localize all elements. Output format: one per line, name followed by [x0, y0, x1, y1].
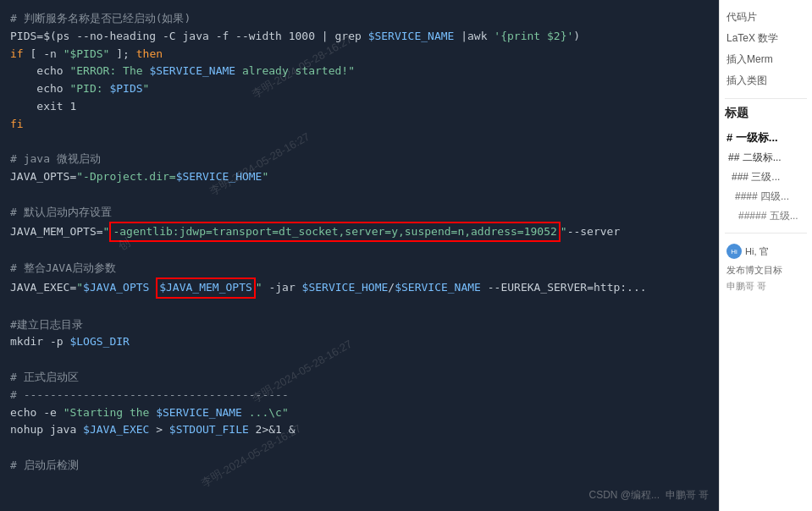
- heading-h4[interactable]: #### 四级...: [725, 187, 807, 206]
- code-panel: # 判断服务名称是否已经启动(如果) PIDS=$(ps --no-headin…: [0, 0, 719, 511]
- code-line: # 整合JAVA启动参数: [10, 260, 709, 277]
- sidebar-divider-2: [725, 233, 807, 234]
- code-line: mkdir -p $LOGS_DIR: [10, 333, 709, 351]
- code-line: # --------------------------------------…: [10, 387, 709, 404]
- sidebar-item-latex[interactable]: LaTeX 数学: [725, 28, 807, 49]
- avatar: Hi: [726, 244, 742, 259]
- sidebar-item-code[interactable]: 代码片: [725, 7, 807, 28]
- code-line: if [ -n "$PIDS" ]; then: [10, 46, 709, 63]
- code-line: PIDS=$(ps --no-heading -C java -f --widt…: [10, 28, 709, 46]
- code-line: echo "ERROR: The $SERVICE_NAME already s…: [10, 63, 709, 80]
- heading-h1[interactable]: # 一级标...: [725, 128, 807, 148]
- code-content: # 判断服务名称是否已经启动(如果) PIDS=$(ps --no-headin…: [0, 7, 719, 478]
- code-line: nohup java $JAVA_EXEC > $STDOUT_FILE 2>&…: [10, 421, 709, 439]
- code-line: # 启动后检测: [10, 457, 709, 475]
- hi-text: Hi, 官: [745, 245, 769, 258]
- heading-h2[interactable]: ## 二级标...: [725, 148, 807, 168]
- heading-section-title: 标题: [725, 106, 807, 121]
- code-line: # java 微视启动: [10, 151, 709, 168]
- code-line: #建立日志目录: [10, 316, 709, 334]
- code-line: # 正式启动区: [10, 369, 709, 387]
- code-line: # 默认启动内存设置: [10, 204, 709, 222]
- code-line: JAVA_MEM_OPTS="-agentlib:jdwp=transport=…: [10, 222, 709, 243]
- author-row: 申鹏哥 哥: [725, 278, 807, 294]
- code-line: JAVA_EXEC="$JAVA_OPTS $JAVA_MEM_OPTS" -j…: [10, 277, 709, 299]
- heading-h3[interactable]: ### 三级...: [725, 168, 807, 187]
- sidebar-item-diagram[interactable]: 插入类图: [725, 70, 807, 91]
- sidebar-divider: [725, 98, 807, 99]
- code-line: JAVA_OPTS="-Dproject.dir=$SERVICE_HOME": [10, 168, 709, 186]
- code-line: [10, 186, 709, 204]
- code-line: echo "PID: $PIDS": [10, 80, 709, 98]
- sidebar: 代码片 LaTeX 数学 插入Merm 插入类图 标题 # 一级标... ## …: [719, 0, 812, 511]
- heading-section: 标题 # 一级标... ## 二级标... ### 三级... #### 四级.…: [725, 106, 807, 226]
- code-line: [10, 439, 709, 457]
- heading-h5[interactable]: ##### 五级...: [725, 206, 807, 226]
- code-line: [10, 299, 709, 316]
- code-line: [10, 351, 709, 369]
- publish-row: 发布博文目标: [725, 262, 807, 278]
- code-line: [10, 242, 709, 260]
- csdn-badge: CSDN @编程... 申鹏哥 哥: [588, 488, 709, 503]
- code-line: [10, 134, 709, 151]
- sidebar-item-mermaid[interactable]: 插入Merm: [725, 49, 807, 70]
- code-line: # 判断服务名称是否已经启动(如果): [10, 10, 709, 28]
- code-line: fi: [10, 116, 709, 134]
- code-line: echo -e "Starting the $SERVICE_NAME ...\…: [10, 404, 709, 422]
- code-line: exit 1: [10, 98, 709, 116]
- user-info-box: Hi Hi, 官: [725, 240, 807, 262]
